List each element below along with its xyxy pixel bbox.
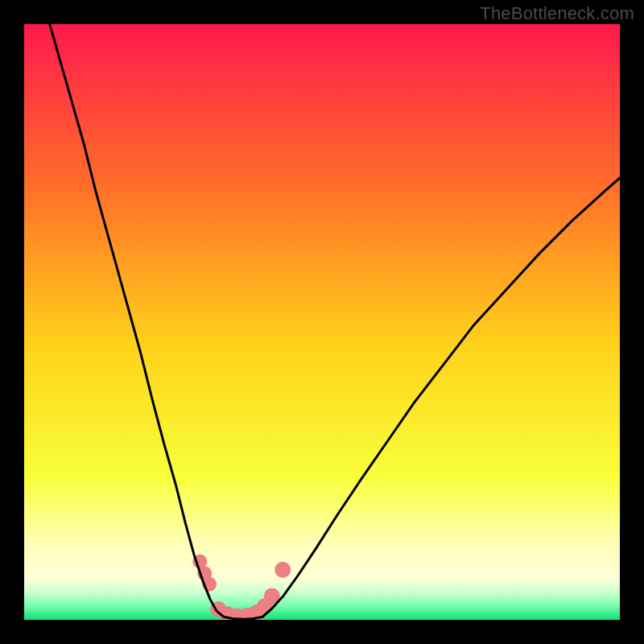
curve-layer — [24, 24, 620, 620]
left-curve — [50, 24, 224, 617]
plot-area — [24, 24, 620, 620]
right-curve — [262, 178, 620, 617]
chart-frame: TheBottleneck.com — [0, 0, 644, 644]
data-dot — [275, 562, 291, 578]
data-dots — [192, 555, 291, 621]
watermark-text: TheBottleneck.com — [480, 3, 634, 24]
